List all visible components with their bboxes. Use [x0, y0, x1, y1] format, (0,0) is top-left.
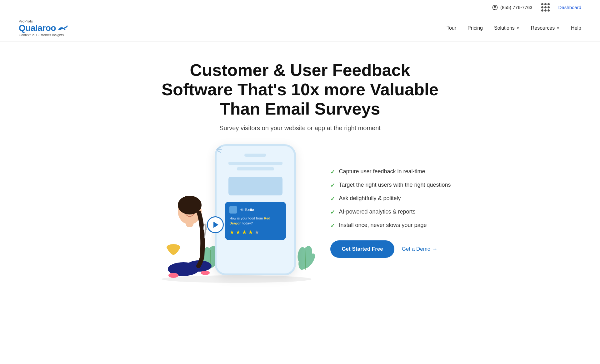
- hero-title: Customer & User Feedback Software That's…: [159, 60, 441, 118]
- survey-card-greeting: Hi Bella!: [239, 208, 256, 212]
- svg-point-13: [201, 271, 210, 275]
- get-demo-link[interactable]: Get a Demo →: [402, 246, 438, 252]
- feature-text-4: AI-powered analytics & reports: [339, 209, 415, 215]
- survey-card-stars: ★ ★ ★ ★ ★: [229, 229, 281, 236]
- phone-notch: [244, 154, 266, 157]
- nav-item-pricing[interactable]: Pricing: [468, 25, 483, 31]
- nav-item-resources[interactable]: Resources ▼: [531, 25, 560, 31]
- svg-line-25: [206, 224, 206, 230]
- phone-content-block: [228, 177, 282, 195]
- nav-item-tour[interactable]: Tour: [447, 25, 456, 31]
- feature-item-4: ✓ AI-powered analytics & reports: [330, 209, 451, 216]
- logo-area: ProProfs Qualaroo Contextual Customer In…: [19, 19, 68, 37]
- feature-text-5: Install once, never slows your page: [339, 222, 427, 229]
- hero-subtitle: Survey visitors on your website or app a…: [19, 125, 581, 132]
- check-icon-4: ✓: [330, 209, 335, 216]
- nav-item-help[interactable]: Help: [571, 25, 581, 31]
- main-nav: Tour Pricing Solutions ▼ Resources ▼ Hel…: [447, 25, 581, 31]
- phone-line-1: [228, 162, 282, 165]
- survey-card-question: How is your food from Red Dragon today?: [229, 216, 281, 226]
- check-icon-3: ✓: [330, 195, 335, 202]
- logo-text: Qualaroo: [19, 23, 56, 33]
- check-icon-5: ✓: [330, 222, 335, 229]
- dashboard-link[interactable]: Dashboard: [558, 5, 581, 10]
- phone-number: (855) 776-7763: [492, 5, 532, 10]
- logo-tagline: Contextual Customer Insights: [19, 33, 64, 37]
- star-4: ★: [248, 229, 253, 236]
- star-1: ★: [229, 229, 234, 236]
- spark-lines: [216, 147, 222, 152]
- solutions-chevron-icon: ▼: [516, 26, 520, 30]
- get-demo-arrow: →: [432, 246, 438, 252]
- svg-point-21: [192, 210, 195, 213]
- logo-proprofs: ProProfs: [19, 19, 33, 23]
- svg-point-12: [168, 273, 178, 278]
- logo-qualaroo[interactable]: Qualaroo: [19, 23, 68, 33]
- feature-item-1: ✓ Capture user feedback in real-time: [330, 168, 451, 175]
- illustration-area: Hi Bella! How is your food from Red Drag…: [149, 144, 312, 282]
- feature-item-3: ✓ Ask delightfully & politely: [330, 195, 451, 202]
- top-bar: (855) 776-7763 Dashboard: [0, 0, 600, 15]
- survey-card-avatar: [229, 206, 237, 214]
- survey-card: Hi Bella! How is your food from Red Drag…: [225, 202, 286, 240]
- play-triangle-icon: [213, 222, 218, 228]
- feature-text-1: Capture user feedback in real-time: [339, 168, 425, 175]
- features-section: ✓ Capture user feedback in real-time ✓ T…: [330, 168, 451, 258]
- feature-item-2: ✓ Target the right users with the right …: [330, 182, 451, 189]
- hero-section: Customer & User Feedback Software That's…: [0, 42, 600, 132]
- phone-icon: [492, 5, 498, 10]
- phone-text: (855) 776-7763: [500, 5, 532, 10]
- spark-1: [217, 146, 222, 150]
- star-2: ★: [236, 229, 241, 236]
- feature-item-5: ✓ Install once, never slows your page: [330, 222, 451, 229]
- check-icon-2: ✓: [330, 182, 335, 189]
- svg-rect-14: [177, 225, 202, 260]
- phone-line-2: [237, 167, 274, 170]
- star-5: ★: [254, 229, 259, 236]
- svg-point-1: [67, 26, 68, 27]
- resources-chevron-icon: ▼: [556, 26, 560, 30]
- logo-bird-icon: [57, 25, 68, 32]
- feature-text-3: Ask delightfully & politely: [339, 195, 401, 202]
- survey-card-header: Hi Bella!: [229, 206, 281, 214]
- apps-grid-icon[interactable]: [541, 3, 550, 12]
- nav-item-solutions[interactable]: Solutions ▼: [494, 25, 520, 31]
- get-started-button[interactable]: Get Started Free: [330, 240, 394, 258]
- cta-area: Get Started Free Get a Demo →: [330, 240, 451, 258]
- leaf-right-icon: [296, 244, 315, 275]
- star-3: ★: [242, 229, 247, 236]
- feature-text-2: Target the right users with the right qu…: [339, 182, 451, 188]
- header: ProProfs Qualaroo Contextual Customer In…: [0, 15, 600, 42]
- main-content: Hi Bella! How is your food from Red Drag…: [0, 144, 600, 300]
- check-icon-1: ✓: [330, 169, 335, 175]
- get-demo-label: Get a Demo: [402, 246, 431, 252]
- svg-point-20: [185, 210, 187, 213]
